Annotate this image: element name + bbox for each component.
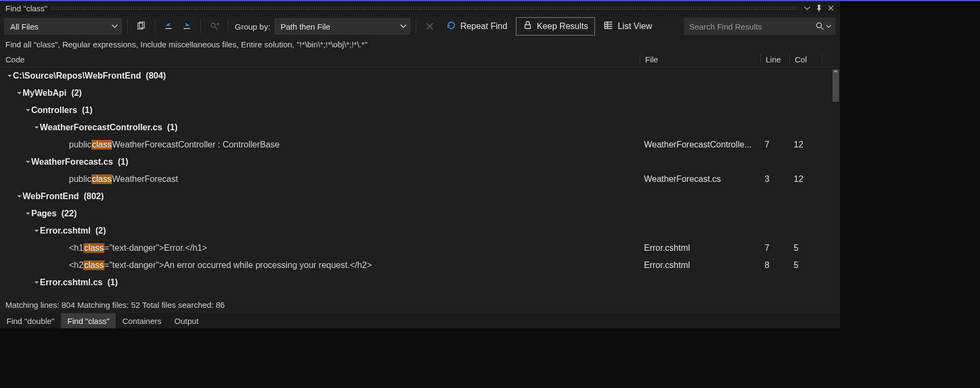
- expand-icon[interactable]: [32, 227, 40, 235]
- expand-icon[interactable]: [15, 89, 23, 97]
- column-scroll-gutter: [822, 52, 829, 67]
- result-file: Error.cshtml: [640, 260, 760, 270]
- code-pre: <h2: [69, 260, 83, 270]
- tab-find-double[interactable]: Find "double": [0, 313, 61, 328]
- chevron-down-icon[interactable]: [826, 24, 832, 29]
- repeat-find-button[interactable]: Repeat Find: [440, 17, 514, 36]
- column-col[interactable]: Col: [789, 52, 822, 67]
- group-label: Error.cshtml.cs: [40, 278, 103, 287]
- column-line[interactable]: Line: [760, 52, 789, 67]
- close-button[interactable]: [825, 2, 837, 14]
- results-tree[interactable]: C:\Source\Repos\WebFrontEnd (804) MyWebA…: [0, 67, 831, 299]
- result-col: 12: [789, 174, 822, 184]
- keep-results-button[interactable]: Keep Results: [516, 17, 595, 36]
- column-code[interactable]: Code: [0, 52, 640, 67]
- toolbar: All Files Group by: Path then File: [0, 15, 840, 38]
- group-count: (804): [141, 71, 166, 81]
- expand-icon[interactable]: [32, 124, 40, 131]
- tree-group[interactable]: MyWebApi (2): [0, 84, 831, 102]
- result-col: 12: [789, 140, 822, 150]
- group-label: WeatherForecastController.cs: [40, 123, 162, 132]
- tree-group[interactable]: WebFrontEnd (802): [0, 188, 831, 205]
- result-line: 8: [760, 260, 789, 270]
- expand-icon[interactable]: [15, 193, 23, 200]
- chevron-down-icon: [400, 23, 407, 30]
- result-file: WeatherForecast.cs: [640, 174, 760, 184]
- find-results-panel: Find "class" All Files: [0, 1, 840, 328]
- result-col: 5: [789, 243, 822, 253]
- svg-point-4: [817, 23, 822, 27]
- expand-icon[interactable]: [24, 158, 31, 166]
- refresh-icon: [446, 20, 456, 32]
- list-icon: [604, 20, 613, 32]
- pin-button[interactable]: [813, 2, 825, 14]
- match-highlight: class: [83, 260, 104, 270]
- group-count: (2): [66, 88, 81, 98]
- group-count: (22): [57, 209, 76, 218]
- result-line: 7: [760, 140, 789, 150]
- tree-group[interactable]: Pages (22): [0, 205, 831, 222]
- tree-group[interactable]: Controllers (1): [0, 102, 831, 119]
- svg-point-2: [211, 23, 215, 27]
- window-menu-button[interactable]: [801, 2, 813, 14]
- match-highlight: class: [92, 174, 112, 184]
- tab-output[interactable]: Output: [168, 313, 205, 328]
- tree-group[interactable]: WeatherForecastController.cs (1): [0, 119, 831, 136]
- separator: [155, 19, 155, 33]
- code-post: WeatherForecast: [112, 174, 178, 184]
- column-file[interactable]: File: [640, 52, 760, 67]
- chevron-down-icon: [111, 23, 118, 30]
- tree-group[interactable]: Error.cshtml (2): [0, 222, 831, 239]
- expand-icon[interactable]: [32, 279, 40, 286]
- result-row[interactable]: public class WeatherForecast WeatherFore…: [0, 171, 831, 188]
- copy-icon[interactable]: [133, 18, 149, 34]
- code-pre: public: [69, 174, 92, 184]
- next-result-icon[interactable]: [179, 18, 195, 34]
- result-row[interactable]: <h2 class="text-danger">An error occurre…: [0, 257, 831, 274]
- cancel-search-icon[interactable]: [422, 18, 438, 34]
- panel-title: Find "class": [5, 4, 47, 13]
- group-by-combo[interactable]: Path then File: [275, 18, 410, 34]
- scroll-up-icon[interactable]: [831, 67, 840, 75]
- result-row[interactable]: public class WeatherForecastController :…: [0, 136, 831, 153]
- clear-filter-icon[interactable]: [206, 18, 222, 34]
- match-highlight: class: [92, 140, 112, 150]
- search-summary: Find all "class", Regular expressions, I…: [0, 38, 840, 52]
- search-results-input[interactable]: [689, 22, 815, 31]
- group-count: (802): [79, 192, 104, 201]
- list-view-label: List View: [618, 22, 652, 31]
- previous-result-icon[interactable]: [160, 18, 177, 34]
- group-by-value: Path then File: [281, 22, 397, 31]
- expand-icon[interactable]: [24, 210, 31, 217]
- tree-group[interactable]: C:\Source\Repos\WebFrontEnd (804): [0, 67, 831, 84]
- match-highlight: class: [83, 243, 104, 253]
- separator: [228, 19, 228, 33]
- titlebar-drag-region[interactable]: [51, 5, 798, 11]
- search-results-box[interactable]: [684, 18, 836, 35]
- group-label: WebFrontEnd: [23, 192, 79, 201]
- svg-rect-3: [525, 25, 530, 29]
- list-view-button[interactable]: List View: [597, 17, 659, 36]
- separator: [127, 19, 128, 33]
- group-label: Error.cshtml: [40, 226, 90, 236]
- group-label: MyWebApi: [23, 88, 66, 98]
- tab-containers[interactable]: Containers: [116, 313, 168, 328]
- group-by-label: Group by:: [235, 22, 270, 31]
- separator: [416, 19, 416, 33]
- result-col: 5: [789, 260, 822, 270]
- expand-icon[interactable]: [5, 72, 13, 80]
- tab-find-class[interactable]: Find "class": [61, 313, 116, 328]
- scope-combo[interactable]: All Files: [4, 18, 122, 34]
- expand-icon[interactable]: [24, 107, 31, 114]
- result-row[interactable]: <h1 class="text-danger">Error.</h1> Erro…: [0, 239, 831, 257]
- repeat-find-label: Repeat Find: [460, 22, 507, 31]
- group-count: (1): [103, 278, 118, 287]
- tree-group[interactable]: Error.cshtml.cs (1): [0, 274, 831, 291]
- result-line: 3: [760, 174, 789, 184]
- group-count: (1): [113, 157, 128, 167]
- vertical-scrollbar[interactable]: [831, 67, 840, 299]
- search-icon[interactable]: [815, 22, 824, 32]
- tree-group[interactable]: WeatherForecast.cs (1): [0, 153, 831, 171]
- result-line: 7: [760, 243, 789, 253]
- result-file: Error.cshtml: [640, 243, 760, 253]
